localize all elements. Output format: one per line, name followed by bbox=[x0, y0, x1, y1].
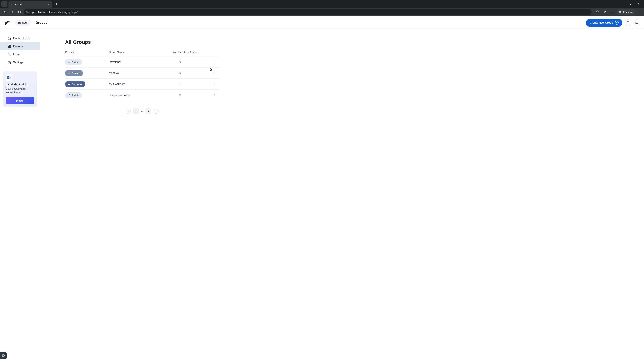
table-row[interactable]: Public Shared Contracts 3 bbox=[65, 90, 219, 101]
svg-point-8 bbox=[628, 23, 628, 23]
row-actions-button[interactable] bbox=[209, 60, 219, 63]
sidebar-item-label: Users bbox=[13, 53, 20, 56]
privacy-badge-private: Private bbox=[65, 70, 83, 76]
create-button-label: Create New Group bbox=[590, 21, 613, 24]
home-icon bbox=[8, 36, 11, 40]
svg-point-37 bbox=[214, 96, 215, 96]
svg-rect-9 bbox=[8, 45, 9, 46]
svg-point-30 bbox=[214, 83, 215, 83]
svg-point-28 bbox=[214, 73, 215, 73]
browser-chrome: Robin AI app.robinai.co.uk/review/settin… bbox=[0, 0, 644, 16]
privacy-badge-label: Public bbox=[72, 94, 79, 96]
svg-point-4 bbox=[639, 11, 640, 11]
svg-point-31 bbox=[214, 84, 215, 84]
column-privacy: Privacy bbox=[65, 51, 109, 54]
sidebar-item-contract-hub[interactable]: Contract Hub bbox=[0, 34, 40, 42]
bookmark-star-icon[interactable] bbox=[594, 9, 600, 15]
svg-point-36 bbox=[214, 95, 215, 95]
table-row[interactable]: Personal My Contracts 1 bbox=[65, 79, 219, 90]
sidebar-item-label: Settings bbox=[13, 61, 23, 64]
svg-rect-17 bbox=[10, 77, 11, 79]
contract-count-cell: 3 bbox=[172, 93, 209, 97]
addin-title: Install the Add-in bbox=[6, 83, 34, 86]
svg-point-19 bbox=[3, 355, 4, 356]
sidebar-item-groups[interactable]: Groups bbox=[0, 42, 40, 50]
svg-point-26 bbox=[69, 72, 70, 73]
contract-count-cell: 0 bbox=[172, 60, 209, 63]
support-fab[interactable] bbox=[0, 352, 7, 359]
tab-search-dropdown[interactable] bbox=[1, 1, 8, 7]
site-info-icon[interactable] bbox=[26, 10, 29, 14]
svg-point-14 bbox=[9, 62, 10, 63]
downloads-icon[interactable] bbox=[609, 9, 615, 15]
privacy-badge-label: Personal bbox=[72, 83, 82, 85]
group-name-cell: My Contracts bbox=[109, 82, 172, 86]
svg-rect-21 bbox=[69, 61, 70, 62]
incognito-indicator[interactable]: Incognito bbox=[616, 9, 635, 15]
page-title: Groups bbox=[36, 21, 47, 25]
help-button[interactable] bbox=[624, 19, 631, 26]
sidebar-item-settings[interactable]: Settings bbox=[0, 58, 40, 66]
svg-rect-25 bbox=[68, 72, 70, 73]
nav-back-button[interactable] bbox=[2, 9, 8, 15]
page-of-label: of bbox=[141, 110, 144, 113]
page-next-button[interactable] bbox=[154, 109, 159, 114]
svg-rect-12 bbox=[10, 46, 10, 48]
sidebar-item-users[interactable]: Users bbox=[0, 50, 40, 58]
row-actions-button[interactable] bbox=[209, 94, 219, 97]
nav-reload-button[interactable] bbox=[16, 9, 22, 15]
private-icon bbox=[68, 71, 70, 75]
url-text: app.robinai.co.uk/review/settings/groups… bbox=[31, 11, 78, 13]
row-actions-button[interactable] bbox=[209, 71, 219, 75]
app-body: Contract HubGroupsUsersSettings W Instal… bbox=[0, 29, 644, 362]
create-new-group-button[interactable]: Create New Group + bbox=[586, 19, 622, 27]
group-name-cell: Moodjoy bbox=[109, 71, 172, 75]
plus-circle-icon: + bbox=[615, 21, 618, 25]
contract-count-cell: 1 bbox=[172, 82, 209, 86]
table-header: Privacy Group Name Number of contracts bbox=[65, 51, 219, 56]
page-prev-button[interactable] bbox=[126, 109, 131, 114]
user-icon bbox=[8, 52, 11, 56]
incognito-label: Incognito bbox=[623, 11, 632, 13]
app-header: Review Groups Create New Group + LD bbox=[0, 16, 644, 29]
browser-tab[interactable]: Robin AI bbox=[8, 1, 52, 8]
window-maximize-icon[interactable] bbox=[626, 1, 634, 7]
svg-point-23 bbox=[214, 62, 215, 62]
tab-favicon-icon bbox=[10, 3, 14, 6]
public-icon bbox=[68, 60, 70, 63]
svg-point-13 bbox=[9, 53, 10, 54]
extensions-icon[interactable] bbox=[602, 9, 608, 15]
row-actions-button[interactable] bbox=[209, 83, 219, 86]
svg-rect-0 bbox=[630, 3, 631, 4]
word-app-icon: W bbox=[6, 74, 12, 81]
new-tab-button[interactable] bbox=[54, 1, 59, 6]
privacy-badge-personal: Personal bbox=[65, 81, 85, 87]
addin-subtitle: Get Reports within Microsoft Word! bbox=[6, 87, 34, 94]
user-avatar[interactable]: LD bbox=[634, 19, 640, 26]
column-contracts: Number of contracts bbox=[172, 51, 209, 54]
table-row[interactable]: Public Developer 0 bbox=[65, 56, 219, 67]
window-minimize-icon[interactable] bbox=[618, 1, 626, 7]
group-name-cell: Developer bbox=[109, 60, 172, 63]
svg-point-24 bbox=[214, 62, 215, 63]
url-field[interactable]: app.robinai.co.uk/review/settings/groups… bbox=[24, 9, 592, 15]
install-addin-button[interactable]: Install bbox=[6, 97, 34, 104]
table-row[interactable]: Private Moodjoy 0 bbox=[65, 67, 219, 79]
review-nav-pill[interactable]: Review bbox=[15, 19, 30, 26]
nav-forward-button[interactable] bbox=[9, 9, 15, 15]
svg-point-27 bbox=[214, 72, 215, 72]
app-logo-icon[interactable] bbox=[4, 20, 12, 26]
column-group-name: Group Name bbox=[109, 51, 172, 54]
window-close-icon[interactable] bbox=[635, 1, 643, 7]
sidebar-item-label: Contract Hub bbox=[13, 36, 30, 40]
page-total: 1 bbox=[146, 108, 151, 114]
svg-point-1 bbox=[27, 11, 27, 12]
privacy-badge-public: Public bbox=[65, 92, 82, 98]
main-heading: All Groups bbox=[65, 39, 627, 45]
svg-point-29 bbox=[214, 73, 215, 74]
svg-point-35 bbox=[214, 94, 215, 94]
tab-close-icon[interactable] bbox=[47, 3, 50, 6]
browser-menu-icon[interactable] bbox=[636, 9, 642, 15]
privacy-badge-label: Public bbox=[72, 60, 79, 63]
gear-icon bbox=[8, 60, 11, 64]
